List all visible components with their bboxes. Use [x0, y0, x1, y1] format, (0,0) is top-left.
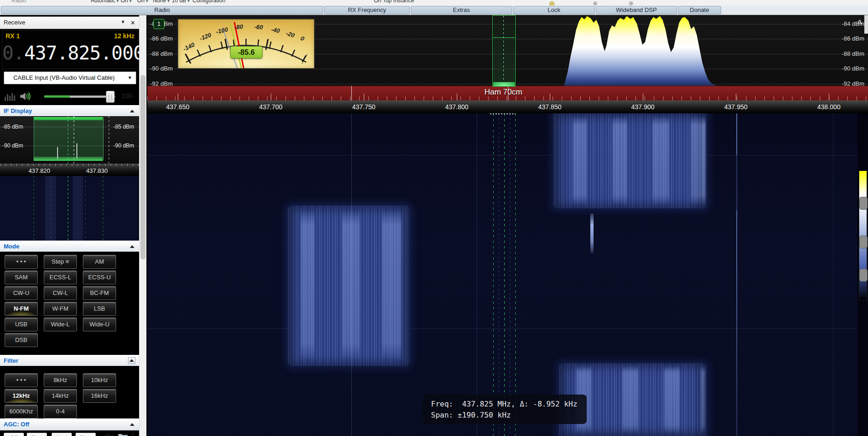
filter-section-header[interactable]: Filter: [0, 355, 139, 367]
tuned-frequency-readout[interactable]: 0.437.825.000: [2, 42, 138, 64]
dsp-group-icon-2[interactable]: [629, 1, 633, 6]
menu-configuration[interactable]: Configuration: [192, 0, 225, 5]
waterfall-signal-trace: [477, 113, 477, 436]
filter-0-4-button[interactable]: 0-4: [44, 405, 77, 418]
ribbon-tab-donate[interactable]: Donate: [678, 6, 721, 14]
mode-wide-l-button[interactable]: Wide-L: [44, 318, 77, 331]
if-display-header[interactable]: IF Display: [0, 105, 139, 117]
mode-more-button[interactable]: • • •: [5, 255, 38, 269]
collapse-up-icon[interactable]: [128, 357, 135, 364]
volume-row: 100: [0, 88, 139, 104]
waterfall-filter-edge-line: [493, 113, 494, 436]
collapse-up-icon[interactable]: [130, 110, 134, 112]
agc-section-header[interactable]: AGC: Off: [0, 418, 139, 430]
vfo-number-badge[interactable]: 1: [153, 19, 164, 29]
menu-none-dropdown[interactable]: None▾: [153, 0, 169, 6]
dsp-group-icon-1[interactable]: [593, 1, 597, 6]
db-axis-label: -90 dBm: [832, 65, 864, 72]
panel-close-icon[interactable]: ✕: [130, 19, 135, 26]
mode-wide-u-button[interactable]: Wide-U: [83, 318, 116, 331]
filter-6000khz-button[interactable]: 6000Khz: [5, 405, 38, 418]
mode-dsb-button[interactable]: DSB: [5, 333, 38, 347]
volume-slider[interactable]: [44, 95, 115, 98]
folder-icon[interactable]: [118, 433, 128, 436]
filter-12khz-button[interactable]: 12kHz: [5, 389, 38, 403]
menu-automatic-dropdown[interactable]: Automatic▾: [91, 0, 119, 6]
if-axis-ticks: [0, 164, 139, 166]
undo-arrow-icon[interactable]: [102, 432, 114, 436]
if-freq-label: 437.820: [29, 167, 50, 174]
corner-panel-edge: [864, 15, 868, 34]
mode-usb-button[interactable]: USB: [5, 318, 38, 331]
if-waterfall[interactable]: [0, 176, 139, 241]
if-waterfall-center-line: [68, 176, 68, 241]
if-waterfall-band-edge: [103, 176, 103, 241]
meter-tick: -80: [234, 23, 243, 31]
menu-on-dropdown-1[interactable]: On▾: [121, 0, 132, 6]
waterfall-signal-burst: [590, 213, 594, 253]
mode-am-button[interactable]: AM: [83, 255, 116, 269]
waterfall-signal-dash-line: [510, 113, 510, 436]
agc-title: AGC: Off: [4, 421, 29, 428]
freq-axis-label: 437.900: [624, 103, 661, 111]
agc-off-button[interactable]: Off: [4, 433, 24, 436]
audio-device-select[interactable]: CABLE Input (VB-Audio Virtual Cable) ▼: [4, 71, 136, 84]
mode-lsb-button[interactable]: LSB: [83, 302, 116, 316]
ribbon-tab-radio[interactable]: Radio: [1, 6, 323, 14]
ribbon-tab-wideband-dsp[interactable]: Wideband DSP: [596, 6, 677, 14]
filter-8khz-button[interactable]: 8kHz: [44, 373, 77, 387]
collapse-up-icon[interactable]: [130, 423, 134, 426]
ribbon-tab-rx-frequency[interactable]: RX Frequency: [324, 6, 410, 14]
top-ribbon: Radio Automatic▾ On▾ On▾ None▾ 10 dB▾ Co…: [0, 0, 868, 15]
corner-panel-label: A: [857, 18, 862, 26]
volume-level-fill: [44, 95, 70, 98]
lock-group-icon[interactable]: [549, 1, 554, 6]
mode-w-fm-button[interactable]: W-FM: [44, 302, 77, 316]
spectrum-display[interactable]: Ham 70cm 437.650 437.700 437.750 437.800…: [147, 15, 868, 113]
if-spectrum-display[interactable]: -85 dBm -90 dBm -85 dBm -90 dBm: [0, 116, 139, 164]
if-db-label: -85 dBm: [113, 124, 134, 130]
mode-bc-fm-button[interactable]: BC-FM: [83, 286, 116, 300]
mode-sam-button[interactable]: SAM: [5, 271, 38, 284]
agc-slow-button[interactable]: Slow: [76, 433, 96, 436]
menu-on-top-instance[interactable]: On Top Instance: [374, 0, 414, 5]
mode-section-header[interactable]: Mode: [0, 241, 139, 253]
vfo-tuning-indicator[interactable]: [492, 15, 516, 87]
mode-ecss-l-button[interactable]: ECSS-L: [44, 271, 77, 284]
panel-collapse-icon[interactable]: ▼: [121, 19, 125, 24]
agc-fast-button[interactable]: Fast: [27, 433, 47, 436]
mode-cw-l-button[interactable]: CW-L: [44, 286, 77, 300]
panel-scrollbar[interactable]: [139, 15, 146, 436]
waterfall-display[interactable]: Freq: 437.825 MHz, Δ: -8.952 kHz Span: ±…: [147, 113, 857, 436]
db-axis-label: -88 dBm: [832, 50, 864, 57]
gradient-handle-middle[interactable]: [859, 236, 868, 248]
menu-radio[interactable]: Radio: [12, 0, 26, 5]
ribbon-tab-lock[interactable]: Lock: [513, 6, 595, 14]
filter-more-button[interactable]: • • •: [5, 373, 38, 387]
mode-step-button[interactable]: Step ≡: [44, 255, 77, 269]
panel-scrollbar-thumb[interactable]: [140, 75, 146, 259]
speaker-icon[interactable]: [19, 91, 30, 103]
gradient-handle-top[interactable]: [859, 197, 868, 210]
select-caret-icon: ▼: [128, 75, 132, 80]
waterfall-color-gradient-bar[interactable]: [859, 171, 867, 300]
collapse-up-icon[interactable]: [130, 245, 134, 248]
filter-16khz-button[interactable]: 16kHz: [83, 389, 116, 403]
caret-down-icon: ▾: [117, 0, 119, 3]
ribbon-tab-extras[interactable]: Extras: [411, 6, 512, 14]
meter-tick: -60: [254, 23, 263, 30]
gradient-handle-bottom[interactable]: [859, 269, 868, 282]
filter-10khz-button[interactable]: 10kHz: [83, 373, 116, 387]
edit-check-icon[interactable]: | ✓: [132, 432, 139, 436]
volume-slider-handle[interactable]: [106, 91, 115, 103]
agc-med-button[interactable]: Med: [52, 433, 72, 436]
mode-ecss-u-button[interactable]: ECSS-U: [83, 271, 116, 284]
menu-10db-dropdown[interactable]: 10 dB▾: [172, 0, 190, 6]
menu-on-dropdown-2[interactable]: On▾: [137, 0, 148, 6]
mode-cw-u-button[interactable]: CW-U: [5, 286, 38, 300]
if-filter-passband[interactable]: [34, 117, 104, 160]
vfo-bottom-glow: [493, 82, 515, 86]
frequency-display[interactable]: RX 1 12 kHz 0.437.825.000: [2, 30, 138, 69]
mode-n-fm-button[interactable]: N-FM: [5, 302, 38, 316]
filter-14khz-button[interactable]: 14kHz: [44, 389, 77, 403]
